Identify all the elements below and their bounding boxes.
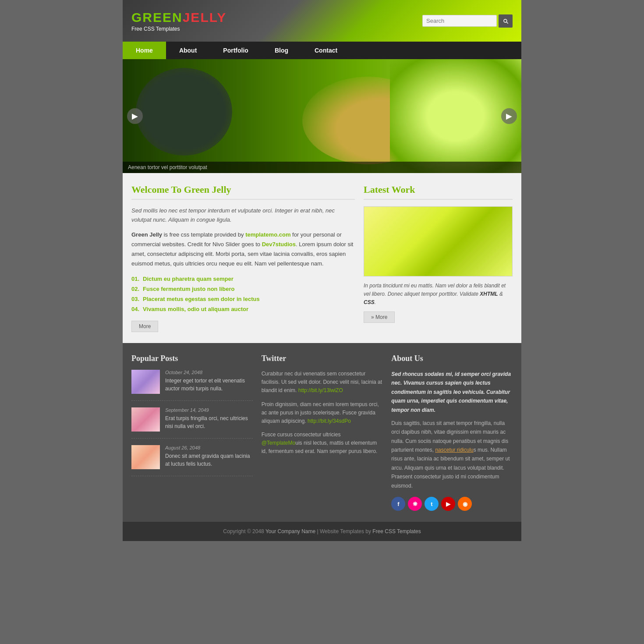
search-area [422, 14, 513, 28]
brand-name: Green Jelly [131, 231, 162, 238]
slider-caption: Aenean tortor vel porttitor volutpat [123, 162, 521, 173]
post-date: August 26, 2048 [165, 445, 253, 450]
nav-item-blog[interactable]: Blog [262, 42, 301, 59]
list-item: 04.Vivamus mollis, odio ut aliquam aucto… [131, 304, 355, 314]
dev7-link[interactable]: Dev7studios [262, 241, 296, 248]
about-bold-text: Sed rhoncus sodales mi, id semper orci g… [391, 370, 513, 414]
latest-work-caption: In porta tincidunt mi eu mattis. Nam vel… [364, 282, 513, 307]
twitter-title: Twitter [262, 354, 383, 363]
about-us-title: About Us [391, 354, 513, 363]
twitter-icon[interactable]: t [425, 497, 439, 511]
logo-text: GREENJELLY [131, 10, 226, 25]
intro-text: Sed mollis leo nec est tempor interdum e… [131, 206, 355, 225]
latest-work-title: Latest Work [364, 184, 513, 200]
content-right: Latest Work In porta tincidunt mi eu mat… [364, 184, 513, 332]
post-thumbnail [131, 370, 160, 394]
facebook-icon[interactable]: f [391, 497, 405, 511]
post-date: September 14, 2049 [165, 407, 253, 413]
nav-item-about[interactable]: About [166, 42, 210, 59]
tweet-item: Curabitur nec dui venenatis sem consecte… [262, 370, 383, 395]
welcome-title: Welcome To Green Jelly [131, 184, 355, 200]
post-date: October 24, 2048 [165, 370, 253, 375]
bird-decoration [136, 68, 232, 156]
rss-icon[interactable]: ◉ [458, 497, 472, 511]
slider-image [123, 59, 521, 173]
about-link[interactable]: nascetur ridiculu [435, 447, 473, 453]
footer-copyright: Copyright © 2048 [223, 528, 265, 534]
list-item: 02.Fusce fermentum justo non libero [131, 284, 355, 294]
slider: ▶ ▶ Aenean tortor vel porttitor volutpat [123, 59, 521, 173]
tagline: Free CSS Templates [131, 26, 180, 32]
header: GREENJELLY Free CSS Templates [123, 0, 521, 42]
post-content: September 14, 2049 Erat turpis fringilla… [165, 407, 253, 432]
tweet-link[interactable]: http://bit.ly/13lwiZO [298, 387, 343, 393]
logo: GREENJELLY Free CSS Templates [131, 10, 226, 32]
feature-list: 01.Dictum eu pharetra quam semper 02.Fus… [131, 274, 355, 314]
search-input[interactable] [422, 15, 497, 27]
twitter-handle-link[interactable]: @TemplateMo [262, 440, 296, 446]
tweet-item: Proin dignissim, diam nec enim lorem tem… [262, 400, 383, 426]
main-content: Welcome To Green Jelly Sed mollis leo ne… [123, 173, 521, 343]
nav-item-contact[interactable]: Contact [301, 42, 350, 59]
body-text: Green Jelly is free css template provide… [131, 230, 355, 269]
logo-jelly: JELLY [183, 10, 227, 25]
nav: Home About Portfolio Blog Contact [123, 42, 521, 59]
footer-templates-link[interactable]: Free CSS Templates [372, 528, 421, 534]
youtube-icon[interactable]: ▶ [441, 497, 455, 511]
latest-work-image [364, 206, 513, 276]
post-text: Integer eget tortor et elit venenatis au… [165, 377, 253, 393]
list-item: 03.Placerat metus egestas sem dolor in l… [131, 294, 355, 304]
post-text: Donec sit amet gravida quam lacinia at l… [165, 452, 253, 468]
list-item: 01.Dictum eu pharetra quam semper [131, 274, 355, 284]
search-button[interactable] [499, 14, 513, 28]
footer: Copyright © 2048 Your Company Name | Web… [123, 522, 521, 541]
social-icons: f ❋ t ▶ ◉ [391, 497, 513, 511]
nav-item-portfolio[interactable]: Portfolio [210, 42, 262, 59]
post-item: October 24, 2048 Integer eget tortor et … [131, 370, 253, 401]
tweet-link[interactable]: http://bit.ly/34sdPo [308, 418, 351, 424]
lower-section: Popular Posts October 24, 2048 Integer e… [123, 343, 521, 522]
post-item: August 26, 2048 Donec sit amet gravida q… [131, 445, 253, 476]
tweet-item: Fusce cursus consectetur ultricies @Temp… [262, 431, 383, 456]
slider-prev-button[interactable]: ▶ [127, 108, 143, 124]
welcome-more-button[interactable]: More [131, 321, 158, 332]
templatemo-link[interactable]: templatemo.com [245, 231, 290, 238]
content-left: Welcome To Green Jelly Sed mollis leo ne… [131, 184, 355, 332]
popular-posts: Popular Posts October 24, 2048 Integer e… [131, 354, 253, 511]
twitter-section: Twitter Curabitur nec dui venenatis sem … [262, 354, 383, 511]
post-thumbnail [131, 407, 160, 432]
post-thumbnail [131, 445, 160, 469]
post-item: September 14, 2049 Erat turpis fringilla… [131, 407, 253, 439]
about-us-section: About Us Sed rhoncus sodales mi, id semp… [391, 354, 513, 511]
post-content: October 24, 2048 Integer eget tortor et … [165, 370, 253, 394]
post-content: August 26, 2048 Donec sit amet gravida q… [165, 445, 253, 469]
latest-work-more-button[interactable]: » More [364, 311, 395, 323]
logo-green: GREEN [131, 10, 183, 25]
post-text: Erat turpis fringilla orci, nec ultricie… [165, 414, 253, 430]
popular-posts-title: Popular Posts [131, 354, 253, 363]
about-body-text: Duis sagittis, lacus sit amet tempor fri… [391, 419, 513, 490]
nav-item-home[interactable]: Home [123, 42, 166, 59]
footer-company-link[interactable]: Your Company Name [265, 528, 315, 534]
flickr-icon[interactable]: ❋ [408, 497, 422, 511]
search-icon [502, 18, 509, 24]
slider-next-button[interactable]: ▶ [501, 108, 517, 124]
